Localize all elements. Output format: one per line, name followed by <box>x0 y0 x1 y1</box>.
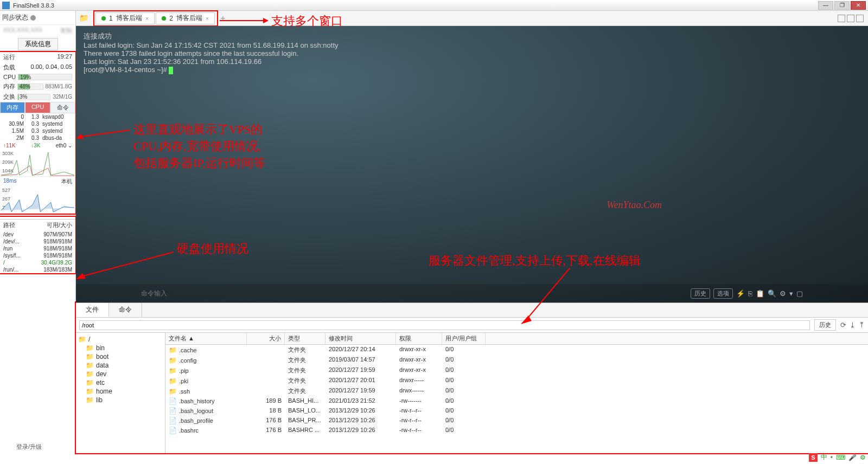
upload-icon[interactable]: ⤒ <box>859 321 865 329</box>
watermark: WenYtao.Com <box>607 199 662 211</box>
path-history-button[interactable]: 历史 <box>814 319 836 331</box>
fm-tab-file[interactable]: 文件 <box>76 303 109 317</box>
folder-icon: 📁 <box>86 370 94 378</box>
settings-icon[interactable]: ⚙ <box>860 454 866 461</box>
copy-icon[interactable]: ⎘ <box>748 289 752 298</box>
tree-item[interactable]: 📁data <box>78 361 163 370</box>
terminal[interactable]: 连接成功Last failed login: Sun Jan 24 17:15:… <box>76 26 868 302</box>
tree-item[interactable]: 📁bin <box>78 344 163 352</box>
session-tab-1[interactable]: 1 博客后端 × <box>95 12 155 24</box>
terminal-line: 连接成功 <box>84 31 860 41</box>
app-logo-icon <box>2 2 10 9</box>
process-row[interactable]: 30.9M0.3systemd <box>0 120 75 127</box>
command-input[interactable] <box>141 289 222 297</box>
folder-tree[interactable]: 📁/📁bin📁boot📁data📁dev📁etc📁home📁lib <box>76 333 165 453</box>
tab-cpu[interactable]: CPU <box>25 102 50 113</box>
download-icon[interactable]: ⤓ <box>850 321 856 329</box>
mic-icon[interactable]: 🎤 <box>848 454 857 461</box>
file-row[interactable]: 📄.bash_history189 BBASH_HI...2021/01/23 … <box>165 396 868 406</box>
keyboard-icon[interactable]: ⌨ <box>836 454 845 461</box>
swap-meter: 交换 3% 32M/1G <box>0 92 75 102</box>
search-icon[interactable]: 🔍 <box>768 289 776 298</box>
tab-cmd[interactable]: 命令 <box>50 102 75 113</box>
system-info-button[interactable]: 系统信息 <box>18 38 58 50</box>
file-row[interactable]: 📄.bash_profile176 BBASH_PR...2013/12/29 … <box>165 416 868 426</box>
file-icon: 📄 <box>169 417 177 424</box>
tree-item[interactable]: 📁etc <box>78 378 163 387</box>
process-tabs[interactable]: 内存 CPU 命令 <box>0 102 75 113</box>
close-tab-icon[interactable]: × <box>206 15 209 22</box>
fm-tab-cmd[interactable]: 命令 <box>109 303 142 317</box>
minimize-button[interactable]: — <box>818 1 833 10</box>
history-button[interactable]: 历史 <box>691 288 710 299</box>
folder-icon: 📁 <box>169 377 177 385</box>
disk-row[interactable]: /run/...183M/183M <box>0 266 75 273</box>
login-upgrade-link[interactable]: 登录/升级 <box>16 443 42 451</box>
ping-stats: 18ms 本机 <box>0 177 75 186</box>
file-icon: 📄 <box>169 407 177 415</box>
file-table-header[interactable]: 文件名 ▲ 大小 类型 修改时间 权限 用户/用户组 <box>165 333 868 345</box>
command-bar: 历史 选项 ⚡ ⎘ 📋 🔍 ⚙ ▾ ▢ <box>76 284 868 302</box>
maximize-button[interactable]: ❐ <box>834 1 850 10</box>
tray-dot-icon[interactable]: • <box>831 454 833 461</box>
ping-graph: 527 267 7 <box>1 186 74 214</box>
folder-icon[interactable]: 📁 <box>79 14 91 23</box>
cpu-meter: CPU 19% <box>0 73 75 81</box>
status-dot-icon <box>30 15 36 21</box>
tree-item[interactable]: 📁lib <box>78 396 163 404</box>
ping-host-select[interactable]: 本机 <box>61 178 72 185</box>
folder-icon: 📁 <box>86 388 94 395</box>
tree-item[interactable]: 📁dev <box>78 370 163 378</box>
file-row[interactable]: 📁.config文件夹2019/03/07 14:57drwxr-xr-x0/0 <box>165 355 868 365</box>
disk-row[interactable]: /30.4G/39.2G <box>0 259 75 266</box>
process-row[interactable]: 2M0.3dbus-da <box>0 134 75 141</box>
process-row[interactable]: 01.3kswapd0 <box>0 113 75 120</box>
session-tab-2[interactable]: 2 博客后端 × <box>156 12 215 24</box>
terminal-line: There were 1738 failed login attempts si… <box>84 49 860 57</box>
process-row[interactable]: 1.5M0.3systemd <box>0 127 75 134</box>
fullscreen-icon[interactable]: ▢ <box>796 289 803 298</box>
ip-line: XXX.XXX.XXX复制 <box>0 25 75 36</box>
file-icon: 📄 <box>169 397 177 405</box>
cursor-icon <box>169 67 173 74</box>
refresh-icon[interactable]: ⟳ <box>840 321 846 329</box>
file-row[interactable]: 📁.cache文件夹2020/12/27 20:14drwxr-xr-x0/0 <box>165 345 868 355</box>
bolt-icon[interactable]: ⚡ <box>736 289 745 298</box>
file-row[interactable]: 📄.bash_logout18 BBASH_LO...2013/12/29 10… <box>165 406 868 416</box>
folder-icon: 📁 <box>169 388 177 395</box>
net-interface-select[interactable]: eth0 ⌄ <box>56 143 72 149</box>
tree-item[interactable]: 📁/ <box>78 335 163 344</box>
expand-icon[interactable]: ▾ <box>789 289 793 298</box>
paste-icon[interactable]: 📋 <box>756 289 764 298</box>
tree-item[interactable]: 📁home <box>78 387 163 396</box>
app-title: FinalShell 3.8.3 <box>13 2 818 9</box>
path-input[interactable] <box>79 320 810 330</box>
folder-icon: 📁 <box>169 346 177 354</box>
file-row[interactable]: 📁.ssh文件夹2020/12/27 19:59drwx------0/0 <box>165 386 868 396</box>
tab-mem[interactable]: 内存 <box>0 102 25 113</box>
tree-item[interactable]: 📁boot <box>78 352 163 361</box>
layout-icons[interactable] <box>838 15 864 22</box>
file-row[interactable]: 📄.bashrc176 BBASHRC ...2013/12/29 10:26-… <box>165 426 868 435</box>
disk-row[interactable]: /run918M/918M <box>0 245 75 252</box>
options-button[interactable]: 选项 <box>713 288 733 299</box>
disk-header: 路径 可用/大小 <box>0 219 75 231</box>
file-row[interactable]: 📁.pki文件夹2020/12/27 20:01drwxr-----0/0 <box>165 376 868 386</box>
ime-icon[interactable]: 中 <box>821 453 827 462</box>
disk-row[interactable]: /dev/...918M/918M <box>0 238 75 245</box>
file-row[interactable]: 📁.pip文件夹2020/12/27 19:59drwxr-xr-x0/0 <box>165 365 868 376</box>
gear-icon[interactable]: ⚙ <box>780 289 786 298</box>
disk-row[interactable]: /dev907M/907M <box>0 231 75 238</box>
folder-icon: 📁 <box>86 353 94 360</box>
close-tab-icon[interactable]: × <box>145 15 149 22</box>
folder-icon: 📁 <box>86 362 94 369</box>
net-graph: 303K 209K 104K <box>1 150 74 177</box>
tray-s-icon[interactable]: S <box>809 453 818 462</box>
copy-button[interactable]: 复制 <box>60 27 72 35</box>
titlebar: FinalShell 3.8.3 — ❐ ✕ <box>0 0 868 11</box>
close-button[interactable]: ✕ <box>851 1 866 10</box>
file-icon: 📄 <box>169 427 177 434</box>
disk-row[interactable]: /sys/f...918M/918M <box>0 252 75 259</box>
uptime-value: 19:27 <box>57 53 72 61</box>
add-tab-button[interactable]: + <box>220 14 225 23</box>
